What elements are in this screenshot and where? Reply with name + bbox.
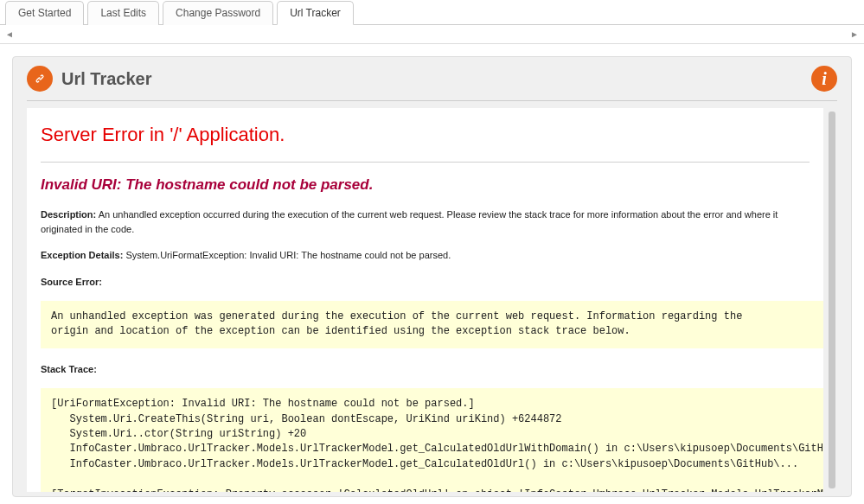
exception-details: Exception Details: System.UriFormatExcep…	[41, 248, 810, 263]
error-heading: Server Error in '/' Application.	[41, 124, 810, 146]
source-error-label: Source Error:	[41, 275, 810, 290]
error-description: Description: An unhandled exception occu…	[41, 207, 810, 236]
tab-change-password[interactable]: Change Password	[163, 1, 273, 25]
scroll-right-icon[interactable]: ►	[850, 29, 859, 39]
source-error-block: An unhandled exception was generated dur…	[41, 301, 823, 348]
stack-trace-label: Stack Trace:	[41, 362, 810, 377]
link-chain-icon	[27, 66, 53, 92]
tab-url-tracker[interactable]: Url Tracker	[277, 1, 354, 25]
tab-scroll-strip: ◄ ►	[0, 25, 864, 44]
tab-get-started[interactable]: Get Started	[5, 1, 84, 25]
tab-bar: Get Started Last Edits Change Password U…	[0, 0, 864, 25]
page-panel: Url Tracker i Server Error in '/' Applic…	[12, 56, 852, 497]
error-subheading: Invalid URI: The hostname could not be p…	[41, 176, 810, 194]
page-header: Url Tracker i	[27, 66, 837, 101]
error-content[interactable]: Server Error in '/' Application. Invalid…	[27, 108, 823, 492]
divider	[41, 162, 810, 163]
tab-last-edits[interactable]: Last Edits	[87, 1, 159, 25]
vertical-scrollbar[interactable]	[829, 112, 835, 488]
stack-trace-block[interactable]: [UriFormatException: Invalid URI: The ho…	[41, 388, 823, 492]
scroll-left-icon[interactable]: ◄	[5, 29, 14, 39]
info-icon[interactable]: i	[811, 66, 837, 92]
page-title: Url Tracker	[61, 69, 152, 89]
